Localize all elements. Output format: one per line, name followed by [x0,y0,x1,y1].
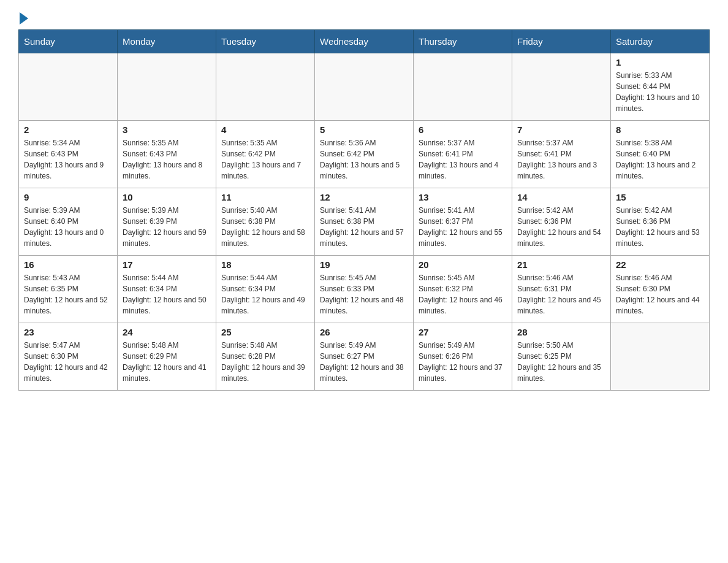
calendar-cell [512,53,611,121]
day-info: Sunrise: 5:48 AMSunset: 6:29 PMDaylight:… [123,340,211,384]
day-info: Sunrise: 5:41 AMSunset: 6:37 PMDaylight:… [419,205,507,249]
weekday-header-monday: Monday [118,30,216,53]
day-info: Sunrise: 5:41 AMSunset: 6:38 PMDaylight:… [320,205,408,249]
weekday-header-sunday: Sunday [19,30,118,53]
day-info: Sunrise: 5:46 AMSunset: 6:31 PMDaylight:… [517,272,605,316]
weekday-header-friday: Friday [512,30,611,53]
day-number: 16 [24,259,112,270]
calendar-cell [118,53,216,121]
day-number: 10 [123,192,211,202]
day-number: 21 [517,259,605,270]
day-number: 4 [221,124,309,135]
day-number: 9 [24,192,112,202]
calendar-cell [611,323,710,391]
calendar-cell: 12Sunrise: 5:41 AMSunset: 6:38 PMDayligh… [315,188,414,256]
day-number: 2 [24,124,112,135]
calendar-week-5: 23Sunrise: 5:47 AMSunset: 6:30 PMDayligh… [19,323,710,391]
calendar-cell: 26Sunrise: 5:49 AMSunset: 6:27 PMDayligh… [315,323,414,391]
calendar-cell: 22Sunrise: 5:46 AMSunset: 6:30 PMDayligh… [611,256,710,323]
weekday-header-wednesday: Wednesday [315,30,414,53]
day-info: Sunrise: 5:45 AMSunset: 6:33 PMDaylight:… [320,272,408,316]
day-info: Sunrise: 5:49 AMSunset: 6:26 PMDaylight:… [419,340,507,384]
day-info: Sunrise: 5:43 AMSunset: 6:35 PMDaylight:… [24,272,112,316]
calendar-cell: 1Sunrise: 5:33 AMSunset: 6:44 PMDaylight… [611,53,710,121]
calendar-cell: 10Sunrise: 5:39 AMSunset: 6:39 PMDayligh… [118,188,216,256]
day-info: Sunrise: 5:45 AMSunset: 6:32 PMDaylight:… [419,272,507,316]
calendar-cell: 17Sunrise: 5:44 AMSunset: 6:34 PMDayligh… [118,256,216,323]
day-number: 7 [517,124,605,135]
day-info: Sunrise: 5:37 AMSunset: 6:41 PMDaylight:… [517,137,605,182]
day-info: Sunrise: 5:38 AMSunset: 6:40 PMDaylight:… [616,137,704,182]
day-number: 11 [221,192,309,202]
calendar-cell: 7Sunrise: 5:37 AMSunset: 6:41 PMDaylight… [512,121,611,188]
weekday-header-tuesday: Tuesday [216,30,315,53]
day-info: Sunrise: 5:42 AMSunset: 6:36 PMDaylight:… [517,205,605,249]
day-info: Sunrise: 5:46 AMSunset: 6:30 PMDaylight:… [616,272,704,316]
calendar-cell: 28Sunrise: 5:50 AMSunset: 6:25 PMDayligh… [512,323,611,391]
calendar-cell [19,53,118,121]
day-info: Sunrise: 5:37 AMSunset: 6:41 PMDaylight:… [419,137,507,182]
calendar-cell: 24Sunrise: 5:48 AMSunset: 6:29 PMDayligh… [118,323,216,391]
day-number: 3 [123,124,211,135]
calendar-cell: 8Sunrise: 5:38 AMSunset: 6:40 PMDaylight… [611,121,710,188]
calendar-week-1: 1Sunrise: 5:33 AMSunset: 6:44 PMDaylight… [19,53,710,121]
day-number: 25 [221,327,309,337]
day-info: Sunrise: 5:35 AMSunset: 6:42 PMDaylight:… [221,137,309,182]
day-info: Sunrise: 5:35 AMSunset: 6:43 PMDaylight:… [123,137,211,182]
day-info: Sunrise: 5:47 AMSunset: 6:30 PMDaylight:… [24,340,112,384]
day-number: 6 [419,124,507,135]
weekday-header-saturday: Saturday [611,30,710,53]
day-number: 18 [221,259,309,270]
day-number: 15 [616,192,704,202]
calendar-cell: 16Sunrise: 5:43 AMSunset: 6:35 PMDayligh… [19,256,118,323]
day-number: 22 [616,259,704,270]
day-number: 23 [24,327,112,337]
day-number: 28 [517,327,605,337]
weekday-header-row: SundayMondayTuesdayWednesdayThursdayFrid… [19,30,710,53]
weekday-header-thursday: Thursday [414,30,512,53]
calendar-week-3: 9Sunrise: 5:39 AMSunset: 6:40 PMDaylight… [19,188,710,256]
calendar-cell: 27Sunrise: 5:49 AMSunset: 6:26 PMDayligh… [414,323,512,391]
calendar-cell: 2Sunrise: 5:34 AMSunset: 6:43 PMDaylight… [19,121,118,188]
day-number: 26 [320,327,408,337]
calendar-cell: 25Sunrise: 5:48 AMSunset: 6:28 PMDayligh… [216,323,315,391]
day-number: 5 [320,124,408,135]
calendar-cell: 5Sunrise: 5:36 AMSunset: 6:42 PMDaylight… [315,121,414,188]
day-info: Sunrise: 5:50 AMSunset: 6:25 PMDaylight:… [517,340,605,384]
day-info: Sunrise: 5:34 AMSunset: 6:43 PMDaylight:… [24,137,112,182]
calendar-cell: 11Sunrise: 5:40 AMSunset: 6:38 PMDayligh… [216,188,315,256]
calendar-cell [315,53,414,121]
day-number: 24 [123,327,211,337]
day-number: 27 [419,327,507,337]
day-info: Sunrise: 5:33 AMSunset: 6:44 PMDaylight:… [616,70,704,114]
logo-arrow-icon [20,12,28,25]
day-number: 8 [616,124,704,135]
day-info: Sunrise: 5:44 AMSunset: 6:34 PMDaylight:… [221,272,309,316]
day-number: 12 [320,192,408,202]
day-info: Sunrise: 5:36 AMSunset: 6:42 PMDaylight:… [320,137,408,182]
calendar-table: SundayMondayTuesdayWednesdayThursdayFrid… [18,29,710,391]
day-number: 19 [320,259,408,270]
calendar-cell: 4Sunrise: 5:35 AMSunset: 6:42 PMDaylight… [216,121,315,188]
calendar-cell: 3Sunrise: 5:35 AMSunset: 6:43 PMDaylight… [118,121,216,188]
day-info: Sunrise: 5:49 AMSunset: 6:27 PMDaylight:… [320,340,408,384]
calendar-cell: 14Sunrise: 5:42 AMSunset: 6:36 PMDayligh… [512,188,611,256]
calendar-cell: 23Sunrise: 5:47 AMSunset: 6:30 PMDayligh… [19,323,118,391]
calendar-cell: 20Sunrise: 5:45 AMSunset: 6:32 PMDayligh… [414,256,512,323]
day-number: 20 [419,259,507,270]
calendar-cell: 13Sunrise: 5:41 AMSunset: 6:37 PMDayligh… [414,188,512,256]
day-info: Sunrise: 5:40 AMSunset: 6:38 PMDaylight:… [221,205,309,249]
day-number: 1 [616,57,704,67]
calendar-cell: 6Sunrise: 5:37 AMSunset: 6:41 PMDaylight… [414,121,512,188]
day-info: Sunrise: 5:39 AMSunset: 6:40 PMDaylight:… [24,205,112,249]
day-info: Sunrise: 5:44 AMSunset: 6:34 PMDaylight:… [123,272,211,316]
calendar-cell [414,53,512,121]
day-info: Sunrise: 5:39 AMSunset: 6:39 PMDaylight:… [123,205,211,249]
calendar-cell [216,53,315,121]
day-info: Sunrise: 5:48 AMSunset: 6:28 PMDaylight:… [221,340,309,384]
calendar-cell: 19Sunrise: 5:45 AMSunset: 6:33 PMDayligh… [315,256,414,323]
page-header [18,12,710,23]
day-number: 13 [419,192,507,202]
logo [18,12,29,23]
calendar-week-4: 16Sunrise: 5:43 AMSunset: 6:35 PMDayligh… [19,256,710,323]
